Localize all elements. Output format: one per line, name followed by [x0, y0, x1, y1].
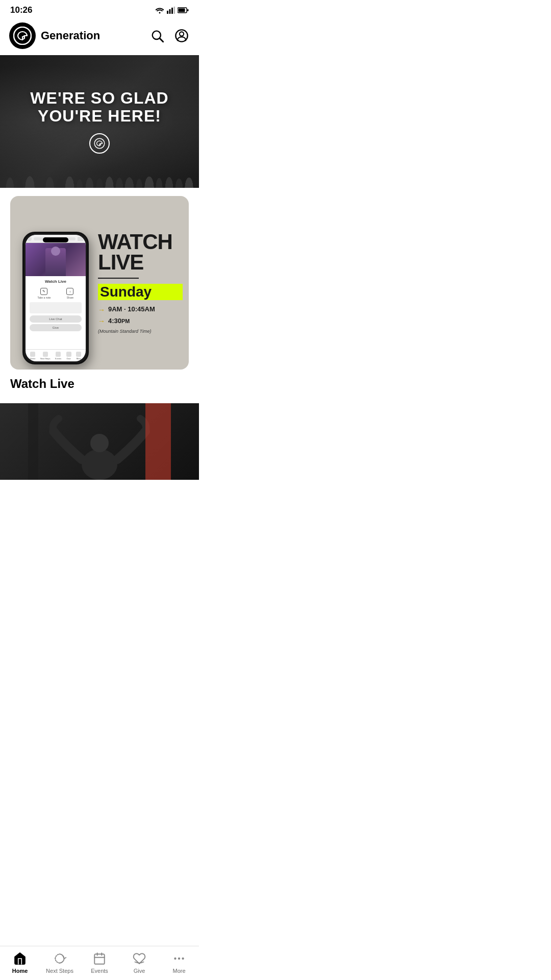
hero-logo [30, 133, 168, 154]
speaker-silhouette [28, 403, 171, 480]
phone-app-content: Watch Live ✎ Take a note ↑ Share [26, 276, 86, 349]
phone-icon-row: ✎ Take a note ↑ Share [30, 288, 82, 299]
content-teaser[interactable] [0, 403, 199, 480]
phone-live-chat-btn: Live Chat [30, 315, 82, 323]
watch-service-times: → 9AM · 10:45AM → 4:30PM [98, 304, 183, 327]
svg-rect-16 [28, 403, 38, 480]
signal-icon [167, 7, 175, 14]
hero-logo-svg [94, 138, 105, 149]
logo-svg [13, 27, 32, 45]
watch-live-card[interactable]: Watch Live ✎ Take a note ↑ Share [10, 196, 189, 370]
app-logo[interactable] [9, 22, 36, 49]
phone-notch [43, 237, 68, 242]
wifi-icon [155, 7, 164, 14]
arrow-icon-1: → [98, 304, 105, 315]
phone-give-btn: Give [30, 324, 82, 331]
search-icon [150, 29, 164, 43]
svg-point-13 [82, 449, 117, 480]
search-button[interactable] [149, 28, 165, 44]
phone-bottom-nav: Home Next Steps Events Give More [26, 349, 86, 361]
phone-screen-content: Watch Live ✎ Take a note ↑ Share [26, 235, 86, 361]
svg-rect-6 [187, 9, 189, 11]
watch-live-title: WATCHLIVE [98, 232, 183, 273]
watch-time-2: 4:30PM [108, 316, 130, 327]
phone-share-item: ↑ Share [66, 288, 73, 299]
status-icons [155, 7, 189, 14]
svg-rect-0 [167, 11, 168, 14]
hero-content: WE'RE SO GLADYOU'RE HERE! [30, 89, 168, 154]
hero-heading: WE'RE SO GLADYOU'RE HERE! [30, 89, 168, 125]
phone-note-item: ✎ Take a note [38, 288, 51, 299]
profile-icon [174, 29, 189, 43]
svg-point-11 [180, 32, 184, 36]
watch-time-1: 9AM · 10:45AM [108, 304, 155, 315]
profile-button[interactable] [173, 28, 190, 44]
phone-video-thumbnail [26, 243, 86, 276]
svg-rect-2 [171, 8, 173, 14]
watch-time-row-1: → 9AM · 10:45AM [98, 304, 183, 315]
hero-logo-circle [89, 133, 110, 154]
svg-rect-1 [169, 9, 171, 14]
phone-mockup: Watch Live ✎ Take a note ↑ Share [22, 232, 89, 364]
header-brand[interactable]: Generation [9, 22, 100, 49]
arrow-icon-2: → [98, 315, 105, 327]
hero-banner[interactable]: WE'RE SO GLADYOU'RE HERE! [0, 55, 199, 188]
svg-point-7 [14, 27, 31, 44]
app-header: Generation [0, 18, 199, 55]
header-actions [149, 28, 190, 44]
main-content: Watch Live ✎ Take a note ↑ Share [0, 188, 199, 521]
phone-screen: Watch Live ✎ Take a note ↑ Share [26, 235, 86, 361]
app-name: Generation [41, 29, 100, 42]
watch-divider [98, 278, 139, 279]
watch-sunday-highlight: Sunday [98, 284, 183, 300]
phone-app-title: Watch Live [30, 279, 82, 284]
status-bar: 10:26 [0, 0, 199, 18]
phone-text-block [30, 302, 82, 313]
svg-point-14 [90, 434, 109, 452]
battery-icon [178, 7, 189, 13]
watch-live-section: Watch Live ✎ Take a note ↑ Share [0, 188, 199, 403]
svg-rect-5 [179, 9, 185, 12]
watch-live-section-label: Watch Live [10, 370, 189, 395]
svg-rect-3 [174, 7, 176, 14]
watch-live-info: WATCHLIVE Sunday → 9AM · 10:45AM → 4:30P… [96, 196, 189, 370]
watch-timezone: (Mountain Standard Time) [98, 329, 183, 334]
watch-time-row-2: → 4:30PM [98, 315, 183, 327]
svg-line-9 [160, 38, 163, 41]
svg-point-12 [94, 138, 105, 149]
svg-rect-15 [145, 403, 171, 480]
status-time: 10:26 [10, 5, 32, 15]
phone-mockup-container: Watch Live ✎ Take a note ↑ Share [10, 196, 96, 370]
